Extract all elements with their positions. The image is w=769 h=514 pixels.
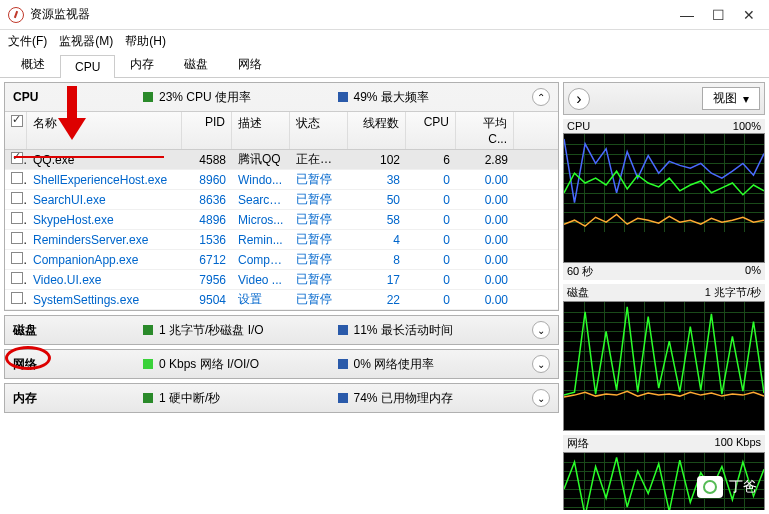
proc-pid: 8960 [182,172,232,188]
expand-icon[interactable]: ⌄ [532,355,550,373]
proc-avg: 0.00 [456,272,514,288]
proc-desc: Compa... [232,252,290,268]
cpu-chart-max: 100% [733,120,761,132]
proc-pid: 1536 [182,232,232,248]
close-button[interactable]: ✕ [743,7,755,23]
table-row[interactable]: SkypeHost.exe4896Micros...已暂停5800.00 [5,210,558,230]
proc-threads: 50 [348,192,406,208]
proc-status: 已暂停 [290,170,348,189]
cpu-chart-xlabel: 60 秒 [567,264,593,279]
table-row[interactable]: ShellExperienceHost.exe8960Windo...已暂停38… [5,170,558,190]
row-checkbox[interactable] [11,252,23,264]
cpu-panel-header[interactable]: CPU 23% CPU 使用率 49% 最大频率 ⌃ [5,83,558,111]
memory-panel: 内存 1 硬中断/秒 74% 已用物理内存 ⌄ [4,383,559,413]
dropdown-icon: ▾ [743,92,749,106]
row-checkbox[interactable] [11,232,23,244]
disk-chart: 磁盘1 兆字节/秒 [563,284,765,431]
col-desc[interactable]: 描述 [232,112,290,149]
proc-name: QQ.exe [27,152,182,168]
cpu-usage-label: 23% CPU 使用率 [159,89,251,106]
proc-threads: 102 [348,152,406,168]
menu-help[interactable]: 帮助(H) [125,33,166,50]
row-checkbox[interactable] [11,272,23,284]
disk-io-color-icon [143,325,153,335]
disk-panel-title: 磁盘 [13,322,143,339]
minimize-button[interactable]: — [680,7,694,23]
cpu-usage-color-icon [143,92,153,102]
net-use-color-icon [338,359,348,369]
col-pid[interactable]: PID [182,112,232,149]
header-checkbox[interactable] [11,115,23,127]
proc-threads: 22 [348,292,406,308]
cpu-chart-min: 0% [745,264,761,279]
proc-pid: 4896 [182,212,232,228]
mem-hard-label: 1 硬中断/秒 [159,390,220,407]
maximize-button[interactable]: ☐ [712,7,725,23]
expand-icon[interactable]: ⌄ [532,321,550,339]
proc-avg: 0.00 [456,292,514,308]
proc-name: SearchUI.exe [27,192,182,208]
collapse-icon[interactable]: ⌃ [532,88,550,106]
net-io-color-icon [143,359,153,369]
col-cpu[interactable]: CPU [406,112,456,149]
process-table-header: 名称 PID 描述 状态 线程数 CPU 平均 C... [5,111,558,150]
left-column: CPU 23% CPU 使用率 49% 最大频率 ⌃ 名称 PID 描述 状态 … [4,82,559,510]
table-row[interactable]: Video.UI.exe7956Video ...已暂停1700.00 [5,270,558,290]
proc-avg: 0.00 [456,192,514,208]
mem-phys-label: 74% 已用物理内存 [354,390,453,407]
disk-act-label: 11% 最长活动时间 [354,322,453,339]
menu-file[interactable]: 文件(F) [8,33,47,50]
proc-desc: 腾讯QQ [232,150,290,169]
proc-name: CompanionApp.exe [27,252,182,268]
network-panel: 网络 0 Kbps 网络 I/OI/O 0% 网络使用率 ⌄ [4,349,559,379]
watermark: 丁爸 [697,476,757,498]
disk-panel: 磁盘 1 兆字节/秒磁盘 I/O 11% 最长活动时间 ⌄ [4,315,559,345]
table-row[interactable]: SearchUI.exe8636Search...已暂停5000.00 [5,190,558,210]
titlebar: 资源监视器 — ☐ ✕ [0,0,769,30]
col-avg[interactable]: 平均 C... [456,112,514,149]
network-panel-header[interactable]: 网络 0 Kbps 网络 I/OI/O 0% 网络使用率 ⌄ [5,350,558,378]
proc-threads: 58 [348,212,406,228]
tab-network[interactable]: 网络 [223,51,277,77]
watermark-text: 丁爸 [729,478,757,496]
tab-overview[interactable]: 概述 [6,51,60,77]
tab-disk[interactable]: 磁盘 [169,51,223,77]
proc-avg: 0.00 [456,172,514,188]
table-row[interactable]: SystemSettings.exe9504设置已暂停2200.00 [5,290,558,310]
col-threads[interactable]: 线程数 [348,112,406,149]
row-checkbox[interactable] [11,292,23,304]
row-checkbox[interactable] [11,192,23,204]
disk-panel-header[interactable]: 磁盘 1 兆字节/秒磁盘 I/O 11% 最长活动时间 ⌄ [5,316,558,344]
cpu-freq-color-icon [338,92,348,102]
view-button[interactable]: 视图▾ [702,87,760,110]
network-chart-title: 网络 [567,436,589,451]
tab-cpu[interactable]: CPU [60,55,115,78]
table-row[interactable]: CompanionApp.exe6712Compa...已暂停800.00 [5,250,558,270]
tab-memory[interactable]: 内存 [115,51,169,77]
row-checkbox[interactable] [11,152,23,164]
mem-phys-color-icon [338,393,348,403]
network-panel-title: 网络 [13,356,143,373]
proc-threads: 17 [348,272,406,288]
wechat-icon [697,476,723,498]
row-checkbox[interactable] [11,212,23,224]
proc-name: RemindersServer.exe [27,232,182,248]
table-row[interactable]: RemindersServer.exe1536Remin...已暂停400.00 [5,230,558,250]
cpu-panel: CPU 23% CPU 使用率 49% 最大频率 ⌃ 名称 PID 描述 状态 … [4,82,559,311]
proc-cpu: 0 [406,252,456,268]
proc-desc: Windo... [232,172,290,188]
proc-avg: 0.00 [456,232,514,248]
table-row[interactable]: QQ.exe4588腾讯QQ正在运行10262.89 [5,150,558,170]
expand-icon[interactable]: ⌄ [532,389,550,407]
col-status[interactable]: 状态 [290,112,348,149]
proc-desc: Remin... [232,232,290,248]
row-checkbox[interactable] [11,172,23,184]
collapse-right-button[interactable]: › [568,88,590,110]
proc-name: SkypeHost.exe [27,212,182,228]
cpu-chart-title: CPU [567,120,590,132]
memory-panel-header[interactable]: 内存 1 硬中断/秒 74% 已用物理内存 ⌄ [5,384,558,412]
col-name[interactable]: 名称 [27,112,182,149]
proc-threads: 8 [348,252,406,268]
menu-monitor[interactable]: 监视器(M) [59,33,113,50]
proc-desc: Micros... [232,212,290,228]
